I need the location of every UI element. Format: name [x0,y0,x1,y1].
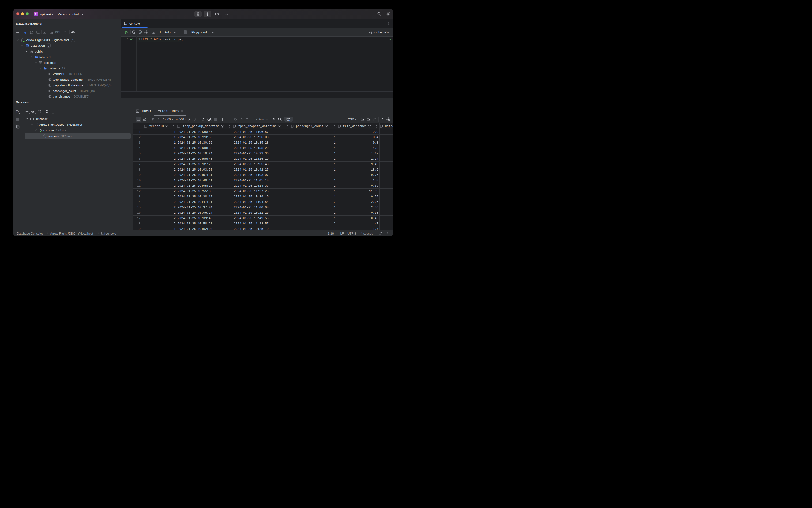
svg-text:Tx: Tx [16,110,19,113]
svg-text:p: p [139,31,141,33]
